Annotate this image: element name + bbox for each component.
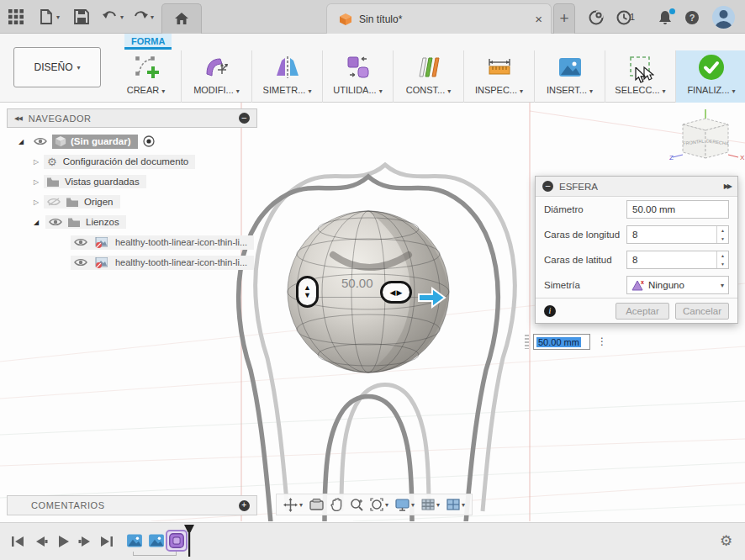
longitude-handle[interactable]: ◀ ▶ [380,281,412,304]
zoom-tool[interactable] [348,498,365,511]
dialog-footer: i Aceptar Cancelar [536,298,737,323]
dialog-header[interactable]: – ESFERA ▶▶ [536,177,737,197]
dim-input-grip[interactable] [525,335,529,349]
timeline-settings-gear-icon[interactable]: ⚙ [720,532,732,550]
dialog-title: ESFERA [559,182,718,192]
document-tab[interactable]: Sin título* × [326,3,552,34]
symmetry-dropdown[interactable]: x Ninguno ▾ [626,276,729,294]
spin-up-icon[interactable]: ▲ [717,251,728,260]
tree-closed-icon[interactable]: ▷ [34,198,44,206]
accept-button[interactable]: Aceptar [616,303,669,320]
eye-icon[interactable] [74,258,87,267]
document-cube-small-icon [55,135,66,147]
diameter-drag-arrow[interactable] [417,286,447,309]
tab-forma[interactable]: FORMA [124,34,172,50]
dropdown-caret-icon[interactable]: ▾ [721,282,724,289]
tree-row-doc-settings[interactable]: ▷ ⚙ Configuración del documento [7,151,259,172]
group-simetria[interactable]: SIMETR... ▾ [252,50,323,103]
redo-caret-icon[interactable]: ▾ [151,13,154,21]
timeline-canvas-feature-2[interactable] [147,531,166,550]
tree-row-origin[interactable]: ▷ Origen [7,192,259,212]
display-settings-tool[interactable]: ▾ [394,499,416,511]
pan-tool[interactable] [329,498,345,511]
eye-off-icon[interactable] [47,198,61,206]
info-icon[interactable]: i [544,305,556,317]
group-insertar[interactable]: INSERT... ▾ [535,50,605,103]
extensions-icon[interactable] [589,10,604,25]
skip-to-end-button[interactable] [99,534,114,549]
fit-tool[interactable]: ▾ [368,498,390,511]
tree-expand-icon[interactable]: ◢ [34,219,44,226]
dimension-value-input[interactable]: 50.00 mm [533,334,590,350]
tree-closed-icon[interactable]: ▷ [34,158,44,166]
group-crear[interactable]: CREAR ▾ [111,50,182,103]
latitude-handle[interactable]: ▲ ▼ [296,276,319,308]
dim-options-icon[interactable]: ⋮ [597,335,607,347]
dialog-collapse-icon[interactable]: – [542,181,553,192]
tree-row-saved-views[interactable]: ▷ Vistas guardadas [7,172,259,192]
user-avatar[interactable] [712,6,735,29]
spin-down-icon[interactable]: ▼ [717,260,728,268]
timeline-canvas-feature-1[interactable] [125,531,144,550]
save-icon[interactable] [74,9,89,24]
orbit-tool[interactable]: ▾ [282,498,304,512]
longitude-faces-input[interactable]: 8 ▲▼ [626,225,729,244]
diameter-input[interactable]: 50.00 mm [626,200,729,219]
timeline-playhead[interactable] [183,525,195,557]
eye-icon[interactable] [34,137,47,145]
modify-icon [203,54,230,81]
home-tab[interactable] [161,3,202,34]
root-document-chip[interactable]: (Sin guardar) [52,135,138,149]
mouse-cursor [635,67,647,84]
collapse-panel-icon[interactable]: ◀◀ [14,115,22,122]
play-button[interactable] [55,534,71,549]
dialog-dock-icon[interactable]: ▶▶ [724,182,731,190]
arrow-left-icon: ◀ [390,288,396,297]
caret-down-icon: ▾ [462,501,465,509]
app-grid-icon[interactable] [8,9,24,24]
close-tab-icon[interactable]: × [535,12,542,26]
redo-icon[interactable] [133,9,148,24]
caret-down-icon: ▾ [447,87,451,95]
eye-icon[interactable] [49,218,62,226]
spin-down-icon[interactable]: ▼ [717,235,728,243]
look-at-tool[interactable] [308,499,325,511]
activate-radio-icon[interactable] [143,135,155,147]
zoom-icon [350,498,363,511]
step-back-button[interactable] [34,534,49,549]
navigator-header[interactable]: ◀◀ NAVEGADOR – [7,108,257,128]
new-tab-button[interactable]: + [553,3,575,34]
skip-to-start-button[interactable] [10,534,25,549]
add-comment-icon[interactable]: + [239,500,250,511]
group-construir[interactable]: CONST... ▾ [394,50,464,103]
group-finalizar[interactable]: FINALIZ... ▾ [676,50,745,103]
eye-icon[interactable] [74,238,87,246]
tree-row-canvas-item[interactable]: healthy-tooth-linear-icon-thin-li... [7,232,259,252]
tree-row-root[interactable]: ◢ (Sin guardar) [7,131,259,151]
help-icon[interactable]: ? [684,10,700,25]
step-forward-button[interactable] [77,534,92,549]
folder-icon [68,218,80,227]
spin-up-icon[interactable]: ▲ [717,226,728,235]
viewports-tool[interactable]: ▾ [445,499,467,510]
tree-closed-icon[interactable]: ▷ [34,178,44,186]
fusion-window: ▲ ▼ 50.00 ◀ ▶ ▾ ▾ ▾ [0,0,745,560]
undo-icon[interactable] [103,9,118,24]
tree-row-canvas-item[interactable]: healthy-tooth-linear-icon-thin-li... [7,252,259,272]
undo-caret-icon[interactable]: ▾ [120,13,124,21]
tree-row-canvases[interactable]: ◢ Lienzos [7,212,259,232]
group-modificar[interactable]: MODIFI... ▾ [182,50,252,103]
insert-icon [557,54,584,81]
comments-panel[interactable]: COMENTARIOS + [7,495,257,515]
latitude-faces-input[interactable]: 8 ▲▼ [626,251,729,269]
viewcube[interactable]: FRONTAL DERECHA Z X [666,109,745,166]
cancel-button[interactable]: Cancelar [675,303,729,320]
group-inspeccionar[interactable]: INSPEC... ▾ [464,50,535,103]
group-utilidades[interactable]: UTILIDA... ▾ [323,50,394,103]
file-caret-icon[interactable]: ▾ [56,13,60,21]
workspace-selector[interactable]: DISEÑO ▾ [13,47,101,87]
grid-snaps-tool[interactable]: ▾ [420,499,441,510]
tree-expand-icon[interactable]: ◢ [18,138,29,145]
file-menu-icon[interactable] [39,9,54,24]
collapse-circle-icon[interactable]: – [239,113,250,124]
